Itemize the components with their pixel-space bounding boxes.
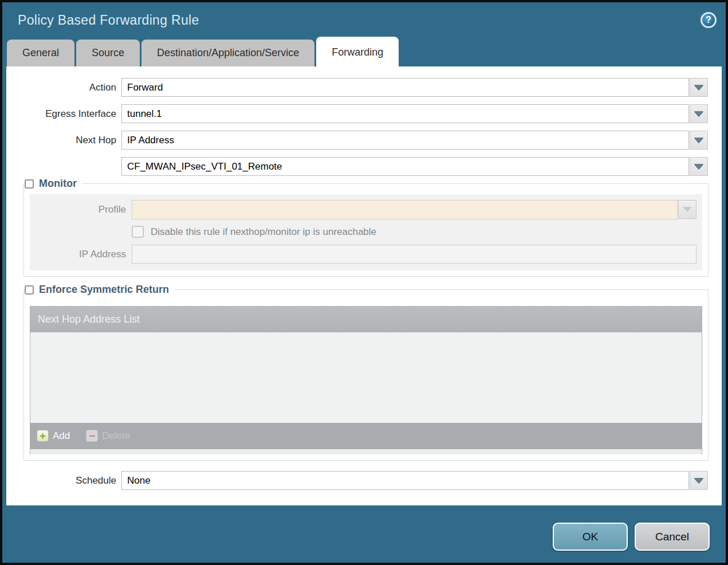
next-hop-address-dropdown[interactable]: CF_MWAN_IPsec_VTI_01_Remote [121,157,708,176]
profile-row: Profile [30,200,696,219]
next-hop-address-list-header: Next Hop Address List [30,307,702,332]
minus-icon: − [86,430,98,442]
egress-interface-dropdown-button[interactable] [690,104,708,123]
chevron-down-icon [694,138,703,143]
profile-dropdown-button [678,200,696,219]
next-hop-type-dropdown-button[interactable] [690,131,708,150]
action-row: Action Forward [6,78,708,97]
tab-source[interactable]: Source [76,40,140,66]
next-hop-type-dropdown[interactable]: IP Address [121,131,708,150]
dialog-title: Policy Based Forwarding Rule [18,13,199,28]
schedule-label: Schedule [6,475,121,486]
enforce-symmetric-return-label: Enforce Symmetric Return [39,284,169,296]
monitor-section: Monitor Profile Disable this rule if nex… [23,183,709,277]
egress-interface-row: Egress Interface tunnel.1 [6,104,708,123]
help-glyph: ? [706,15,711,25]
policy-based-forwarding-rule-dialog: Policy Based Forwarding Rule ? General S… [0,0,728,565]
add-button[interactable]: + Add [37,430,70,442]
chevron-down-icon [694,164,703,169]
tab-bar: General Source Destination/Application/S… [2,38,726,66]
chevron-down-icon [694,111,703,116]
plus-icon: + [37,430,49,442]
help-icon[interactable]: ? [701,12,717,28]
monitor-label: Monitor [39,178,77,190]
egress-interface-label: Egress Interface [6,108,121,120]
chevron-down-icon [694,478,703,483]
enforce-symmetric-return-section: Enforce Symmetric Return Next Hop Addres… [23,289,709,461]
monitor-ip-address-label: IP Address [30,249,132,260]
schedule-value: None [121,471,689,490]
disable-rule-label: Disable this rule if nexthop/monitor ip … [151,226,376,238]
content-panel: Action Forward Egress Interface tunnel.1… [6,66,722,505]
tab-destination-application-service[interactable]: Destination/Application/Service [141,40,314,66]
egress-interface-dropdown[interactable]: tunnel.1 [121,104,708,123]
ok-button[interactable]: OK [553,523,628,551]
next-hop-address-dropdown-button[interactable] [690,157,708,176]
next-hop-address-list-toolbar: + Add − Delete [30,423,702,449]
add-button-label: Add [53,430,70,442]
action-dropdown-button[interactable] [690,78,708,97]
monitor-legend: Monitor [25,176,82,191]
profile-dropdown [132,200,696,219]
disable-rule-row: Disable this rule if nexthop/monitor ip … [132,226,696,238]
table-scroll-strip [30,449,702,454]
next-hop-type-value: IP Address [121,131,689,150]
monitor-ip-address-field [132,245,696,264]
dialog-titlebar: Policy Based Forwarding Rule ? [2,2,726,38]
next-hop-address-row: CF_MWAN_IPsec_VTI_01_Remote [6,157,708,176]
next-hop-address-list-table: Next Hop Address List + Add − Delete [30,306,702,454]
chevron-down-icon [683,207,692,212]
profile-label: Profile [30,204,132,215]
disable-rule-checkbox [132,226,144,238]
enforce-symmetric-return-checkbox[interactable] [25,285,34,295]
next-hop-address-value: CF_MWAN_IPsec_VTI_01_Remote [121,157,689,176]
monitor-ip-address-row: IP Address [30,245,696,264]
action-dropdown[interactable]: Forward [121,78,708,97]
schedule-dropdown-button[interactable] [690,471,708,490]
profile-value [132,200,678,219]
tab-general[interactable]: General [7,40,74,66]
action-label: Action [6,82,121,93]
delete-button-label: Delete [102,430,130,442]
next-hop-row: Next Hop IP Address [6,131,708,150]
monitor-panel: Profile Disable this rule if nexthop/mon… [30,194,702,270]
next-hop-label: Next Hop [6,135,121,146]
schedule-row: Schedule None [6,471,708,490]
cancel-button[interactable]: Cancel [635,523,710,551]
delete-button: − Delete [86,430,130,442]
chevron-down-icon [694,85,703,90]
schedule-dropdown[interactable]: None [121,471,708,490]
next-hop-address-list-body [30,332,702,423]
tab-forwarding[interactable]: Forwarding [316,37,399,66]
action-value: Forward [121,78,689,97]
egress-interface-value: tunnel.1 [121,104,689,123]
monitor-checkbox[interactable] [25,179,34,189]
enforce-symmetric-return-legend: Enforce Symmetric Return [25,282,175,297]
